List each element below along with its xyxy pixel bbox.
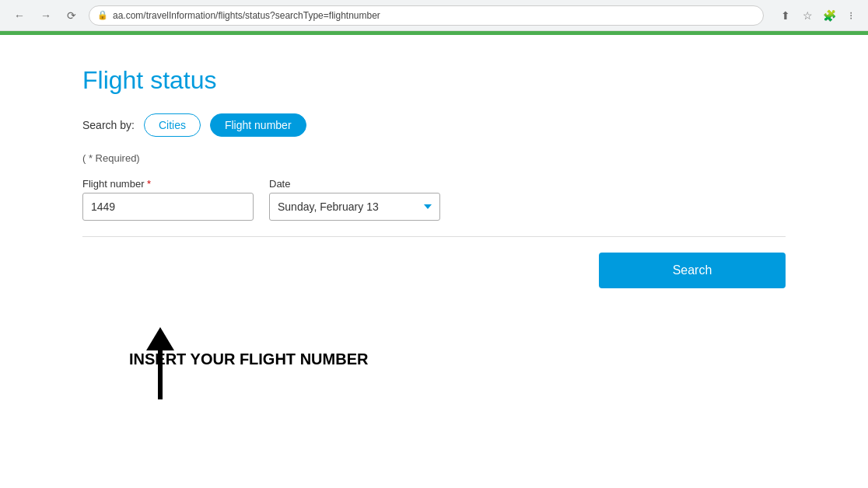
date-select[interactable]: Sunday, February 13 <box>269 193 440 221</box>
search-by-label: Search by: <box>82 119 135 131</box>
page-content: Flight status Search by: Cities Flight n… <box>0 35 868 399</box>
lock-icon: 🔒 <box>97 10 108 20</box>
search-row: Search <box>82 253 786 288</box>
divider <box>82 236 786 237</box>
page-title: Flight status <box>82 66 786 95</box>
date-label: Date <box>269 178 440 190</box>
search-button[interactable]: Search <box>599 253 786 288</box>
reload-button[interactable]: ⟳ <box>62 8 81 23</box>
back-button[interactable]: ← <box>9 8 30 23</box>
tab-flight-number[interactable]: Flight number <box>210 113 306 137</box>
flight-number-input[interactable] <box>82 193 254 221</box>
browser-icons: ⬆ ☆ 🧩 ⁝ <box>778 8 859 23</box>
tab-cities[interactable]: Cities <box>144 113 201 137</box>
annotation-text: INSERT YOUR FLIGHT NUMBER <box>129 350 786 368</box>
address-bar[interactable]: 🔒 aa.com/travelInformation/flights/statu… <box>89 5 764 26</box>
menu-icon[interactable]: ⁝ <box>843 8 859 23</box>
extension-icon[interactable]: 🧩 <box>821 8 837 23</box>
svg-marker-1 <box>146 327 174 350</box>
annotation-area: INSERT YOUR FLIGHT NUMBER <box>82 350 786 368</box>
flight-number-label: Flight number * <box>82 178 254 190</box>
forward-button[interactable]: → <box>36 8 56 23</box>
fields-row: Flight number * Date Sunday, February 13 <box>82 178 786 221</box>
url-text: aa.com/travelInformation/flights/status?… <box>113 10 380 21</box>
search-by-row: Search by: Cities Flight number <box>82 113 786 137</box>
flight-number-group: Flight number * <box>82 178 254 221</box>
required-star: * <box>144 178 151 190</box>
browser-bar: ← → ⟳ 🔒 aa.com/travelInformation/flights… <box>0 0 868 31</box>
required-note: ( * Required) <box>82 152 786 164</box>
share-icon[interactable]: ⬆ <box>778 8 793 23</box>
bookmark-icon[interactable]: ☆ <box>800 8 815 23</box>
browser-controls: ← → ⟳ <box>9 8 81 23</box>
arrow-svg <box>129 327 191 399</box>
date-group: Date Sunday, February 13 <box>269 178 440 221</box>
